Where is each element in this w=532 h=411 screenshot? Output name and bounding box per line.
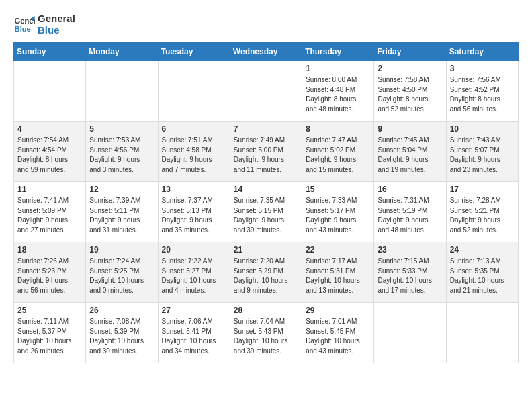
header-cell-sunday: Sunday (14, 43, 86, 61)
day-cell: 8Sunrise: 7:47 AM Sunset: 5:02 PM Daylig… (302, 122, 374, 182)
svg-text:Blue: Blue (15, 24, 31, 32)
day-number: 25 (17, 306, 82, 315)
day-info: Sunrise: 7:01 AM Sunset: 5:45 PM Dayligh… (306, 317, 370, 356)
week-row-3: 11Sunrise: 7:41 AM Sunset: 5:09 PM Dayli… (14, 182, 519, 242)
day-cell: 16Sunrise: 7:31 AM Sunset: 5:19 PM Dayli… (374, 182, 446, 242)
day-info: Sunrise: 7:11 AM Sunset: 5:37 PM Dayligh… (17, 317, 82, 356)
day-info: Sunrise: 7:56 AM Sunset: 4:52 PM Dayligh… (450, 75, 515, 114)
day-number: 28 (234, 306, 298, 315)
day-info: Sunrise: 8:00 AM Sunset: 4:48 PM Dayligh… (306, 75, 370, 114)
day-cell (86, 61, 158, 122)
day-cell: 15Sunrise: 7:33 AM Sunset: 5:17 PM Dayli… (302, 182, 374, 242)
day-cell: 3Sunrise: 7:56 AM Sunset: 4:52 PM Daylig… (446, 61, 518, 122)
day-cell: 9Sunrise: 7:45 AM Sunset: 5:04 PM Daylig… (374, 122, 446, 182)
day-number: 16 (378, 185, 442, 194)
day-cell: 5Sunrise: 7:53 AM Sunset: 4:56 PM Daylig… (86, 122, 158, 182)
day-info: Sunrise: 7:47 AM Sunset: 5:02 PM Dayligh… (306, 136, 370, 175)
logo-line2: Blue (38, 25, 75, 36)
day-cell: 11Sunrise: 7:41 AM Sunset: 5:09 PM Dayli… (14, 182, 86, 242)
day-cell: 10Sunrise: 7:43 AM Sunset: 5:07 PM Dayli… (446, 122, 518, 182)
header-cell-thursday: Thursday (302, 43, 374, 61)
day-cell: 4Sunrise: 7:54 AM Sunset: 4:54 PM Daylig… (14, 122, 86, 182)
day-number: 27 (162, 306, 226, 315)
day-cell: 2Sunrise: 7:58 AM Sunset: 4:50 PM Daylig… (374, 61, 446, 122)
week-row-5: 25Sunrise: 7:11 AM Sunset: 5:37 PM Dayli… (14, 303, 519, 363)
logo-icon: General Blue (13, 14, 35, 36)
logo: General Blue General Blue (13, 13, 75, 36)
day-cell (374, 303, 446, 363)
calendar-table: SundayMondayTuesdayWednesdayThursdayFrid… (13, 42, 519, 363)
day-number: 21 (234, 245, 298, 255)
logo-line1: General (38, 13, 75, 25)
day-info: Sunrise: 7:41 AM Sunset: 5:09 PM Dayligh… (17, 196, 82, 235)
day-cell (230, 61, 302, 122)
day-info: Sunrise: 7:26 AM Sunset: 5:23 PM Dayligh… (17, 257, 82, 295)
day-cell (158, 61, 230, 122)
day-info: Sunrise: 7:31 AM Sunset: 5:19 PM Dayligh… (378, 196, 442, 235)
day-number: 2 (378, 64, 442, 73)
day-info: Sunrise: 7:37 AM Sunset: 5:13 PM Dayligh… (162, 196, 226, 235)
day-number: 11 (17, 185, 82, 194)
day-number: 3 (450, 64, 515, 73)
header-row: SundayMondayTuesdayWednesdayThursdayFrid… (14, 43, 519, 61)
day-number: 7 (234, 124, 298, 134)
header-cell-friday: Friday (374, 43, 446, 61)
day-cell: 13Sunrise: 7:37 AM Sunset: 5:13 PM Dayli… (158, 182, 230, 242)
day-number: 5 (89, 124, 154, 134)
day-number: 6 (162, 124, 226, 134)
day-number: 17 (450, 185, 515, 194)
day-info: Sunrise: 7:39 AM Sunset: 5:11 PM Dayligh… (89, 196, 154, 235)
day-cell: 26Sunrise: 7:08 AM Sunset: 5:39 PM Dayli… (86, 303, 158, 363)
day-cell: 7Sunrise: 7:49 AM Sunset: 5:00 PM Daylig… (230, 122, 302, 182)
day-info: Sunrise: 7:43 AM Sunset: 5:07 PM Dayligh… (450, 136, 515, 175)
header-cell-saturday: Saturday (446, 43, 518, 61)
day-number: 18 (17, 245, 82, 255)
day-number: 9 (378, 124, 442, 134)
day-number: 14 (234, 185, 298, 194)
day-cell: 27Sunrise: 7:06 AM Sunset: 5:41 PM Dayli… (158, 303, 230, 363)
day-number: 23 (378, 245, 442, 255)
header-cell-wednesday: Wednesday (230, 43, 302, 61)
day-info: Sunrise: 7:33 AM Sunset: 5:17 PM Dayligh… (306, 196, 370, 235)
day-info: Sunrise: 7:15 AM Sunset: 5:33 PM Dayligh… (378, 257, 442, 295)
day-info: Sunrise: 7:04 AM Sunset: 5:43 PM Dayligh… (234, 317, 298, 356)
day-cell: 21Sunrise: 7:20 AM Sunset: 5:29 PM Dayli… (230, 242, 302, 303)
week-row-4: 18Sunrise: 7:26 AM Sunset: 5:23 PM Dayli… (14, 242, 519, 303)
day-cell: 23Sunrise: 7:15 AM Sunset: 5:33 PM Dayli… (374, 242, 446, 303)
day-info: Sunrise: 7:35 AM Sunset: 5:15 PM Dayligh… (234, 196, 298, 235)
day-info: Sunrise: 7:53 AM Sunset: 4:56 PM Dayligh… (89, 136, 154, 175)
day-info: Sunrise: 7:54 AM Sunset: 4:54 PM Dayligh… (17, 136, 82, 175)
day-cell (446, 303, 518, 363)
day-number: 15 (306, 185, 370, 194)
day-cell: 24Sunrise: 7:13 AM Sunset: 5:35 PM Dayli… (446, 242, 518, 303)
day-cell: 19Sunrise: 7:24 AM Sunset: 5:25 PM Dayli… (86, 242, 158, 303)
day-cell: 18Sunrise: 7:26 AM Sunset: 5:23 PM Dayli… (14, 242, 86, 303)
day-cell: 14Sunrise: 7:35 AM Sunset: 5:15 PM Dayli… (230, 182, 302, 242)
week-row-2: 4Sunrise: 7:54 AM Sunset: 4:54 PM Daylig… (14, 122, 519, 182)
day-number: 12 (89, 185, 154, 194)
day-info: Sunrise: 7:20 AM Sunset: 5:29 PM Dayligh… (234, 257, 298, 295)
day-info: Sunrise: 7:24 AM Sunset: 5:25 PM Dayligh… (89, 257, 154, 295)
day-number: 20 (162, 245, 226, 255)
day-number: 10 (450, 124, 515, 134)
day-info: Sunrise: 7:13 AM Sunset: 5:35 PM Dayligh… (450, 257, 515, 295)
day-number: 29 (306, 306, 370, 315)
day-cell: 25Sunrise: 7:11 AM Sunset: 5:37 PM Dayli… (14, 303, 86, 363)
day-cell: 28Sunrise: 7:04 AM Sunset: 5:43 PM Dayli… (230, 303, 302, 363)
header-cell-tuesday: Tuesday (158, 43, 230, 61)
day-info: Sunrise: 7:17 AM Sunset: 5:31 PM Dayligh… (306, 257, 370, 295)
day-cell: 17Sunrise: 7:28 AM Sunset: 5:21 PM Dayli… (446, 182, 518, 242)
day-info: Sunrise: 7:58 AM Sunset: 4:50 PM Dayligh… (378, 75, 442, 114)
day-cell: 6Sunrise: 7:51 AM Sunset: 4:58 PM Daylig… (158, 122, 230, 182)
day-cell: 29Sunrise: 7:01 AM Sunset: 5:45 PM Dayli… (302, 303, 374, 363)
day-cell: 22Sunrise: 7:17 AM Sunset: 5:31 PM Dayli… (302, 242, 374, 303)
day-number: 4 (17, 124, 82, 134)
day-number: 1 (306, 64, 370, 73)
day-info: Sunrise: 7:28 AM Sunset: 5:21 PM Dayligh… (450, 196, 515, 235)
day-cell: 1Sunrise: 8:00 AM Sunset: 4:48 PM Daylig… (302, 61, 374, 122)
week-row-1: 1Sunrise: 8:00 AM Sunset: 4:48 PM Daylig… (14, 61, 519, 122)
day-info: Sunrise: 7:22 AM Sunset: 5:27 PM Dayligh… (162, 257, 226, 295)
header: General Blue General Blue (13, 13, 519, 36)
day-number: 22 (306, 245, 370, 255)
day-number: 24 (450, 245, 515, 255)
